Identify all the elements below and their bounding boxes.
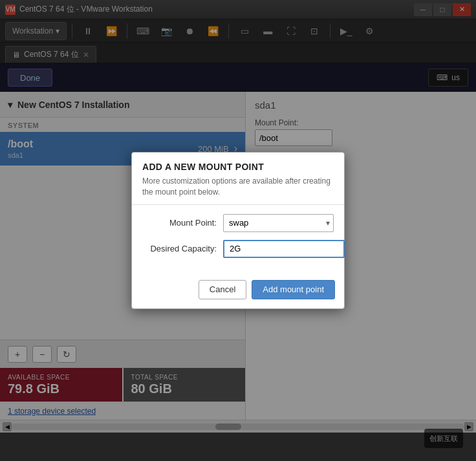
modal-overlay: ADD A NEW MOUNT POINT More customization… xyxy=(0,0,476,461)
add-mount-point-modal: ADD A NEW MOUNT POINT More customization… xyxy=(131,152,345,309)
modal-capacity-row: Desired Capacity: xyxy=(142,240,334,258)
cancel-button[interactable]: Cancel xyxy=(199,280,246,299)
modal-capacity-input[interactable] xyxy=(223,240,345,258)
modal-footer: Cancel Add mount point xyxy=(132,275,344,308)
modal-capacity-label: Desired Capacity: xyxy=(142,244,217,253)
modal-header: ADD A NEW MOUNT POINT More customization… xyxy=(132,153,344,205)
modal-title: ADD A NEW MOUNT POINT xyxy=(142,162,334,172)
modal-mount-point-select[interactable]: swap / /boot /home /var /tmp xyxy=(223,214,334,232)
add-mount-point-button[interactable]: Add mount point xyxy=(252,280,335,299)
modal-body: Mount Point: swap / /boot /home /var /tm… xyxy=(132,205,344,275)
modal-mount-point-row: Mount Point: swap / /boot /home /var /tm… xyxy=(142,214,334,232)
modal-mount-point-wrapper: swap / /boot /home /var /tmp ▾ xyxy=(223,214,334,232)
modal-mount-point-label: Mount Point: xyxy=(142,218,217,228)
modal-subtitle: More customization options are available… xyxy=(142,176,334,198)
